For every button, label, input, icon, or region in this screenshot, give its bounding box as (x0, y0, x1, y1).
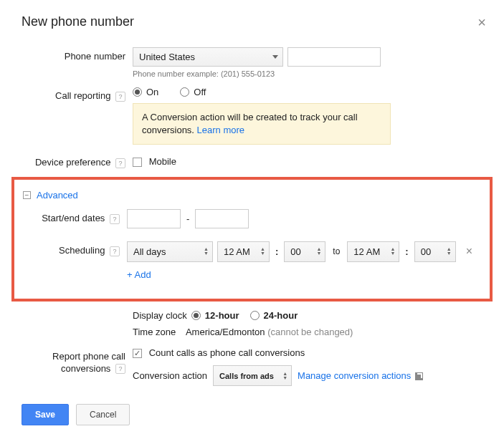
timezone-value: America/Edmonton (186, 327, 265, 337)
report-conversions-row: Report phone call conversions ? ✓ Count … (22, 347, 482, 386)
report-phone-label: Report phone call (52, 351, 125, 362)
h12-label: 12-hour (205, 310, 239, 321)
hour1-value: 12 AM (224, 246, 250, 257)
min1-value: 00 (290, 246, 300, 257)
learn-more-link[interactable]: Learn more (197, 125, 244, 135)
phone-number-row: Phone number United States Phone number … (22, 47, 482, 78)
time-colon: : (275, 246, 278, 257)
radio-on[interactable]: On (133, 87, 158, 97)
new-phone-dialog: × New phone number Phone number United S… (0, 0, 504, 439)
manage-link-text: Manage conversion actions (298, 370, 411, 381)
chevron-down-icon (272, 55, 278, 59)
scheduling-label: Scheduling (59, 245, 105, 256)
date-separator: - (186, 213, 189, 224)
timezone-note: (cannot be changed) (267, 327, 353, 337)
save-button[interactable]: Save (22, 404, 69, 425)
radio-off-label: Off (194, 87, 206, 97)
external-link-icon (415, 372, 423, 380)
device-preference-row: Device preference ? Mobile (22, 153, 482, 168)
phone-number-label: Phone number (22, 47, 133, 62)
manage-conversions-link[interactable]: Manage conversion actions (298, 370, 423, 381)
radio-24hour[interactable]: 24-hour (250, 310, 298, 321)
stepper-icon: ▲▼ (282, 372, 287, 380)
call-reporting-row: Call reporting ? On Off A Conversion act… (22, 87, 482, 145)
phone-input[interactable] (287, 47, 381, 67)
end-hour-select[interactable]: 12 AM ▲▼ (347, 241, 399, 262)
advanced-title[interactable]: Advanced (37, 190, 78, 201)
help-icon[interactable]: ? (110, 246, 120, 256)
help-icon[interactable]: ? (110, 214, 120, 224)
days-select[interactable]: All days ▲▼ (127, 241, 213, 262)
radio-12hour[interactable]: 12-hour (191, 310, 239, 321)
mobile-checkbox[interactable] (133, 158, 142, 167)
stepper-icon: ▲▼ (390, 247, 395, 256)
hour2-value: 12 AM (353, 246, 380, 257)
mobile-label: Mobile (149, 156, 176, 167)
scheduling-row: Scheduling ? All days ▲▼ 12 AM ▲▼ : 00 (16, 241, 480, 280)
display-clock-label: Display clock (133, 310, 187, 321)
conversion-action-label: Conversion action (133, 370, 207, 381)
start-end-label: Start/end dates (42, 213, 105, 223)
device-preference-label: Device preference (35, 157, 111, 168)
dialog-title: New phone number (22, 14, 482, 29)
stepper-icon: ▲▼ (447, 247, 452, 256)
min2-value: 00 (421, 246, 431, 257)
help-icon[interactable]: ? (115, 158, 125, 168)
start-min-select[interactable]: 00 ▲▼ (284, 241, 325, 262)
conv-action-value: Calls from ads (219, 372, 274, 380)
close-icon[interactable]: × (477, 14, 486, 31)
call-reporting-label: Call reporting (55, 90, 110, 101)
time-colon: : (405, 246, 408, 257)
help-icon[interactable]: ? (115, 92, 125, 102)
remove-schedule-icon[interactable]: × (466, 245, 472, 258)
dialog-buttons: Save Cancel (22, 404, 482, 425)
to-label: to (333, 246, 340, 256)
days-value: All days (133, 246, 166, 257)
country-select[interactable]: United States (133, 47, 283, 67)
help-icon[interactable]: ? (115, 364, 125, 374)
timezone-label: Time zone (133, 327, 176, 337)
stepper-icon: ▲▼ (204, 247, 209, 256)
start-hour-select[interactable]: 12 AM ▲▼ (217, 241, 270, 262)
end-min-select[interactable]: 00 ▲▼ (414, 241, 456, 262)
start-date-input[interactable] (127, 209, 181, 228)
stepper-icon: ▲▼ (316, 247, 321, 256)
country-selected-text: United States (139, 52, 195, 62)
cancel-button[interactable]: Cancel (76, 404, 130, 425)
start-end-dates-row: Start/end dates ? - (16, 209, 480, 228)
radio-off[interactable]: Off (180, 87, 206, 97)
radio-on-label: On (146, 87, 158, 97)
conversion-info-box: A Conversion action will be created to t… (133, 103, 391, 145)
end-date-input[interactable] (195, 209, 249, 228)
count-calls-checkbox[interactable]: ✓ (133, 349, 142, 358)
count-calls-label: Count calls as phone call conversions (149, 347, 305, 358)
h24-label: 24-hour (264, 310, 298, 321)
conversions-label: conversions (61, 363, 110, 374)
stepper-icon: ▲▼ (260, 247, 265, 256)
collapse-icon[interactable]: − (23, 191, 31, 199)
advanced-section: − Advanced Start/end dates ? - Schedulin… (11, 177, 493, 301)
add-schedule-link[interactable]: + Add (127, 269, 151, 280)
phone-example-hint: Phone number example: (201) 555-0123 (133, 69, 482, 78)
conversion-action-select[interactable]: Calls from ads ▲▼ (213, 365, 292, 386)
display-clock-row: Display clock 12-hour 24-hour Time zone … (22, 310, 482, 337)
info-text: A Conversion action will be created to t… (142, 112, 358, 135)
